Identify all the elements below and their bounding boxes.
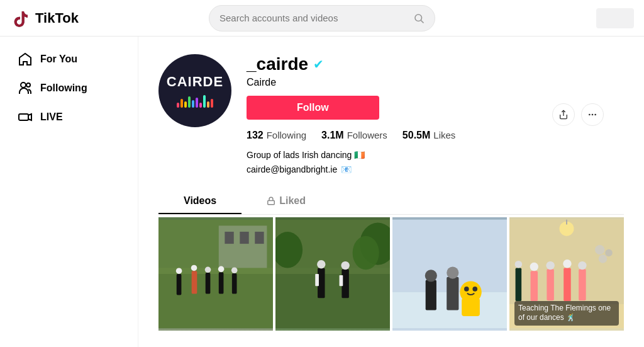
avatar-wave: [167, 95, 223, 108]
username-row: _cairde ✔: [247, 54, 624, 74]
tab-liked-label: Liked: [279, 195, 306, 207]
likes-label: Likes: [433, 130, 455, 140]
logo-text: TikTok: [35, 10, 79, 26]
svg-point-35: [317, 260, 325, 268]
svg-point-1: [415, 14, 422, 21]
svg-rect-29: [275, 268, 390, 328]
content: CAIRDE: [138, 37, 644, 347]
avatar: CAIRDE: [158, 54, 231, 127]
verified-badge: ✔: [313, 57, 324, 72]
followers-label: Followers: [347, 130, 387, 140]
videos-grid: Teaching The Flemings one of our dances …: [158, 217, 624, 331]
video-thumb-1[interactable]: [158, 217, 273, 331]
sidebar-item-for-you[interactable]: For You: [5, 45, 133, 73]
search-bar-wrap: [98, 5, 546, 31]
svg-rect-69: [579, 269, 586, 300]
svg-point-47: [425, 270, 437, 282]
tab-videos[interactable]: Videos: [158, 189, 242, 214]
svg-point-58: [595, 245, 604, 254]
username: _cairde: [247, 54, 308, 74]
tabs-row: Videos Liked: [158, 189, 624, 215]
search-icon: [413, 13, 425, 24]
bio-line1: Group of lads Irish dancing 🇮🇪: [247, 149, 624, 162]
followers-count: 3.1M: [321, 130, 344, 141]
video-thumb-3[interactable]: [392, 217, 507, 331]
svg-point-49: [447, 267, 458, 279]
svg-point-3: [21, 82, 26, 88]
following-count: 132: [247, 130, 264, 141]
svg-point-27: [231, 267, 238, 273]
follow-button[interactable]: Follow: [247, 96, 379, 120]
svg-point-38: [341, 261, 349, 270]
svg-point-59: [605, 249, 612, 256]
svg-rect-17: [255, 232, 264, 244]
video-thumb-4[interactable]: Teaching The Flemings one of our dances …: [509, 217, 624, 331]
svg-point-8: [592, 114, 594, 116]
live-icon: [18, 110, 33, 125]
tab-videos-label: Videos: [184, 195, 216, 207]
email-text: cairde@bigandbright.ie: [247, 163, 337, 176]
video-visual-2: [275, 217, 390, 331]
svg-rect-15: [225, 232, 233, 244]
svg-rect-61: [516, 268, 522, 301]
svg-rect-36: [315, 274, 319, 286]
logo-area: TikTok: [10, 8, 98, 29]
likes-count: 50.5M: [402, 130, 430, 141]
stat-following: 132 Following: [247, 130, 306, 141]
main-layout: For You Following LIVE: [0, 37, 644, 347]
lock-icon: [267, 196, 275, 205]
svg-rect-26: [232, 273, 237, 294]
svg-rect-51: [462, 298, 480, 316]
svg-rect-22: [206, 273, 211, 294]
svg-line-2: [421, 20, 423, 23]
svg-point-70: [578, 261, 586, 270]
svg-point-52: [464, 287, 469, 292]
sidebar-label-for-you: For You: [40, 54, 77, 65]
svg-point-7: [589, 114, 591, 116]
more-button[interactable]: [581, 103, 604, 126]
stat-followers: 3.1M Followers: [321, 130, 387, 141]
svg-rect-12: [158, 268, 273, 328]
svg-rect-65: [547, 269, 553, 300]
svg-point-21: [191, 265, 197, 271]
display-name: Cairde: [247, 77, 624, 88]
sidebar-label-following: Following: [40, 82, 87, 94]
search-input[interactable]: [219, 13, 413, 23]
video-thumb-2[interactable]: [275, 217, 390, 331]
svg-rect-5: [19, 114, 28, 120]
email-icon: 📧: [341, 163, 352, 176]
users-icon: [18, 81, 33, 96]
search-bar[interactable]: [209, 5, 435, 31]
bio-email: cairde@bigandbright.ie 📧: [247, 163, 624, 176]
svg-point-62: [515, 261, 522, 268]
svg-point-4: [26, 83, 30, 87]
sidebar-item-live[interactable]: LIVE: [5, 103, 133, 131]
svg-rect-24: [219, 272, 224, 293]
svg-rect-46: [426, 280, 436, 310]
svg-rect-10: [268, 200, 275, 204]
following-label: Following: [267, 130, 306, 140]
profile-section: CAIRDE: [158, 54, 624, 331]
sidebar-label-live: LIVE: [40, 111, 63, 123]
share-button[interactable]: [552, 103, 575, 126]
svg-point-64: [530, 263, 538, 271]
stat-likes: 50.5M Likes: [402, 130, 456, 141]
sidebar: For You Following LIVE: [0, 37, 138, 347]
svg-point-9: [594, 114, 596, 116]
stats-row: 132 Following 3.1M Followers 50.5M Likes: [247, 130, 624, 141]
svg-rect-63: [531, 271, 538, 301]
svg-rect-67: [564, 268, 570, 301]
avatar-text: CAIRDE: [167, 74, 223, 90]
header: TikTok: [0, 0, 644, 37]
video-visual-3: [392, 217, 507, 331]
svg-point-25: [218, 266, 225, 273]
svg-rect-18: [177, 274, 182, 295]
sidebar-item-following[interactable]: Following: [5, 74, 133, 102]
home-icon: [18, 52, 33, 67]
video-visual-1: [158, 217, 273, 331]
svg-rect-20: [192, 271, 197, 293]
svg-rect-16: [240, 232, 248, 244]
tab-liked[interactable]: Liked: [242, 189, 331, 214]
svg-rect-48: [447, 277, 458, 310]
bio: Group of lads Irish dancing 🇮🇪 cairde@bi…: [247, 149, 624, 176]
